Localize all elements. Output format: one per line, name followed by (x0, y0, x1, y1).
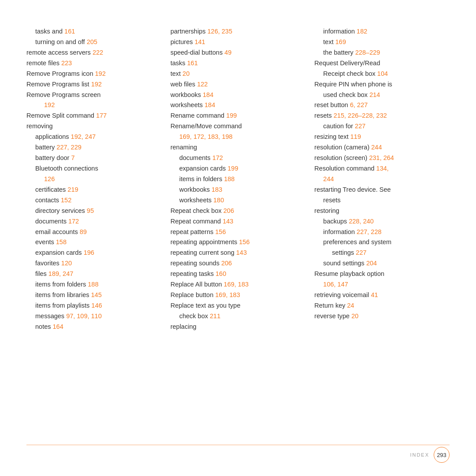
page-divider (26, 445, 450, 445)
list-item: 106, 147 (314, 279, 450, 290)
list-item: Remove Split command 177 (26, 111, 162, 121)
list-item: Require PIN when phone is (314, 79, 450, 90)
list-item: Request Delivery/Read (314, 58, 450, 69)
list-item: favorites 120 (26, 258, 162, 269)
list-item: partnerships 126, 235 (171, 26, 306, 37)
list-item: documents 172 (26, 216, 162, 227)
list-item: Repeat command 143 (171, 216, 306, 227)
list-item: restoring (314, 206, 450, 216)
footer-label: INDEX (410, 452, 429, 457)
list-item: sound settings 204 (314, 258, 450, 269)
list-item: Bluetooth connections (26, 164, 162, 174)
list-item: expansion cards 199 (171, 164, 306, 174)
list-item: settings 227 (314, 248, 450, 258)
list-item: information 182 (314, 26, 450, 37)
list-item: resolution (camera) 244 (314, 142, 450, 153)
list-item: workbooks 183 (171, 185, 306, 195)
list-item: pictures 141 (171, 37, 306, 48)
list-item: resizing text 119 (314, 132, 450, 142)
list-item: removing (26, 121, 162, 132)
list-item: resets 215, 226–228, 232 (314, 111, 450, 121)
list-item: 126 (26, 174, 162, 185)
list-item: Repeat check box 206 (171, 206, 306, 216)
list-item: tasks 161 (171, 58, 306, 69)
list-item: items from folders 188 (26, 279, 162, 290)
list-item: Remove Programs list 192 (26, 79, 162, 90)
list-item: items from libraries 145 (26, 290, 162, 301)
list-item: items in folders 188 (171, 174, 306, 185)
list-item: speed-dial buttons 49 (171, 48, 306, 58)
list-item: text 169 (314, 37, 450, 48)
list-item: Resolution command 134, (314, 164, 450, 174)
list-item: 169, 172, 183, 198 (171, 132, 306, 142)
list-item: 244 (314, 174, 450, 185)
list-item: Rename/Move command (171, 121, 306, 132)
column-3: information 182text 169the battery 228–2… (314, 26, 450, 441)
list-item: worksheets 184 (171, 100, 306, 111)
list-item: certificates 219 (26, 185, 162, 195)
list-item: repeating sounds 206 (171, 258, 306, 269)
page-footer: INDEX 293 (410, 447, 450, 463)
list-item: information 227, 228 (314, 227, 450, 238)
list-item: Receipt check box 104 (314, 69, 450, 79)
list-item: Remove Programs icon 192 (26, 69, 162, 79)
list-item: caution for 227 (314, 121, 450, 132)
list-item: used check box 214 (314, 90, 450, 100)
list-item: repeating tasks 160 (171, 269, 306, 279)
list-item: preferences and system (314, 237, 450, 248)
list-item: Replace All button 169, 183 (171, 279, 306, 290)
list-item: tasks and 161 (26, 26, 162, 37)
list-item: battery door 7 (26, 153, 162, 164)
list-item: renaming (171, 142, 306, 153)
list-item: 192 (26, 100, 162, 111)
list-item: workbooks 184 (171, 90, 306, 100)
list-item: resets (314, 195, 450, 206)
list-item: battery 227, 229 (26, 142, 162, 153)
list-item: backups 228, 240 (314, 216, 450, 227)
column-1: tasks and 161turning on and off 205remot… (26, 26, 171, 441)
list-item: retrieving voicemail 41 (314, 290, 450, 301)
list-item: resolution (screen) 231, 264 (314, 153, 450, 164)
list-item: remote files 223 (26, 58, 162, 69)
list-item: events 158 (26, 237, 162, 248)
page-content: tasks and 161turning on and off 205remot… (0, 0, 476, 476)
list-item: replacing (171, 322, 306, 332)
list-item: turning on and off 205 (26, 37, 162, 48)
list-item: directory services 95 (26, 206, 162, 216)
list-item: text 20 (171, 69, 306, 79)
list-item: Replace button 169, 183 (171, 290, 306, 301)
list-item: the battery 228–229 (314, 48, 450, 58)
list-item: reset button 6, 227 (314, 100, 450, 111)
list-item: applications 192, 247 (26, 132, 162, 142)
list-item: restarting Treo device. See (314, 185, 450, 195)
list-item: Remove Programs screen (26, 90, 162, 100)
list-item: Replace text as you type (171, 301, 306, 311)
list-item: check box 211 (171, 311, 306, 322)
list-item: Return key 24 (314, 301, 450, 311)
column-2: partnerships 126, 235pictures 141speed-d… (171, 26, 315, 441)
list-item: worksheets 180 (171, 195, 306, 206)
list-item: reverse type 20 (314, 311, 450, 322)
list-item: items from playlists 146 (26, 301, 162, 311)
list-item: remote access servers 222 (26, 48, 162, 58)
list-item: repeat patterns 156 (171, 227, 306, 238)
list-item: documents 172 (171, 153, 306, 164)
list-item: repeating current song 143 (171, 248, 306, 258)
list-item: files 189, 247 (26, 269, 162, 279)
list-item: messages 97, 109, 110 (26, 311, 162, 322)
list-item: expansion cards 196 (26, 248, 162, 258)
list-item: contacts 152 (26, 195, 162, 206)
footer-page-number: 293 (434, 447, 450, 463)
list-item: Resume playback option (314, 269, 450, 279)
list-item: repeating appointments 156 (171, 237, 306, 248)
list-item: Rename command 199 (171, 111, 306, 121)
list-item: email accounts 89 (26, 227, 162, 238)
list-item: web files 122 (171, 79, 306, 90)
list-item: notes 164 (26, 322, 162, 332)
